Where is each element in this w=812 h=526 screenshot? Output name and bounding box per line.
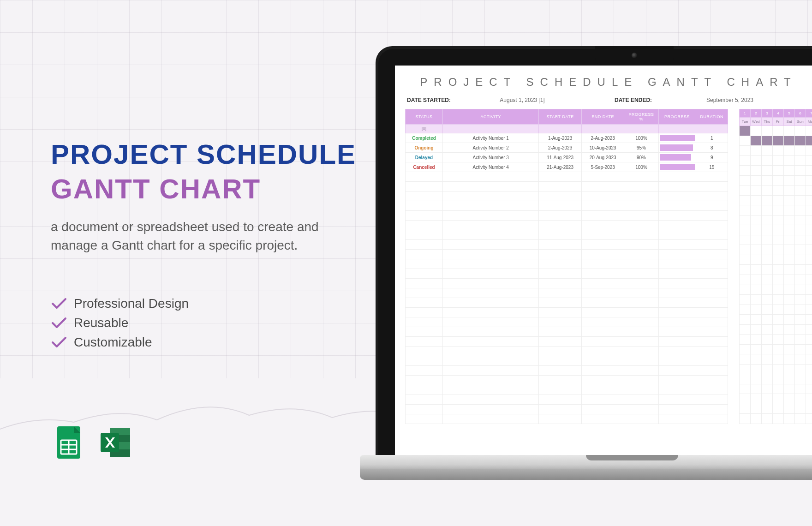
gantt-cell (795, 265, 806, 275)
gantt-row (740, 155, 812, 166)
gantt-cell (740, 394, 751, 404)
gantt-cell (784, 265, 795, 275)
table-row (406, 201, 728, 211)
gantt-cell (806, 155, 812, 166)
gantt-cell (806, 126, 812, 136)
gantt-cell (773, 275, 784, 285)
gantt-cell (784, 335, 795, 345)
title-line-2: GANTT CHART (51, 173, 374, 205)
table-row (406, 279, 728, 288)
gantt-cell (740, 275, 751, 285)
gantt-cell (784, 354, 795, 365)
gantt-day-cell: Thu (762, 118, 773, 126)
gantt-cell (806, 324, 812, 335)
gantt-cell (784, 136, 795, 146)
gantt-cell (795, 215, 806, 225)
gantt-cell (762, 384, 773, 394)
gantt-cell (773, 215, 784, 225)
gantt-cell (773, 404, 784, 414)
pct-cell: 100% (624, 133, 658, 143)
gantt-cell (773, 175, 784, 185)
gantt-cell (806, 205, 812, 215)
table-subheader-row: [0] (406, 125, 728, 133)
gantt-cell (806, 146, 812, 156)
table-row (406, 405, 728, 414)
feature-list: Professional Design Reusable Customizabl… (51, 296, 374, 350)
subheader-cell: [0] (406, 125, 443, 133)
laptop-mockup: PROJECT SCHEDULE GANTT CHART DATE STARTE… (360, 46, 812, 480)
gantt-cell (784, 394, 795, 404)
table-row (406, 385, 728, 395)
gantt-row (740, 275, 812, 285)
table-row: CancelledActivity Number 421-Aug-20235-S… (406, 162, 728, 172)
gantt-cell (795, 225, 806, 235)
gantt-row (740, 245, 812, 255)
task-table: STATUS ACTIVITY START DATE END DATE PROG… (405, 109, 728, 424)
gantt-cell (751, 146, 762, 156)
feature-item: Professional Design (51, 296, 374, 311)
gantt-row (740, 136, 812, 146)
gantt-cell (806, 195, 812, 205)
gantt-cell (740, 185, 751, 196)
gantt-cell (751, 255, 762, 265)
gantt-cell (795, 155, 806, 166)
gantt-cell (784, 245, 795, 255)
date-ended-value: September 5, 2023 (670, 97, 790, 103)
gantt-cell (762, 275, 773, 285)
start-cell: 11-Aug-2023 (539, 153, 582, 162)
gantt-cell (751, 195, 762, 205)
gantt-cell (740, 324, 751, 335)
table-row (406, 240, 728, 250)
table-row: DelayedActivity Number 311-Aug-202320-Au… (406, 153, 728, 162)
table-row (406, 327, 728, 337)
page-canvas: PROJECT SCHEDULE GANTT CHART a document … (0, 0, 812, 526)
gantt-cell (751, 235, 762, 245)
gantt-cell (762, 175, 773, 185)
gantt-cell (784, 404, 795, 414)
gantt-cell (795, 315, 806, 325)
gantt-cell (806, 335, 812, 345)
gantt-cell (762, 414, 773, 424)
gantt-cell (762, 374, 773, 384)
gantt-cell (773, 285, 784, 295)
gantt-cell (740, 235, 751, 245)
table-row (406, 308, 728, 317)
table-row (406, 269, 728, 279)
gantt-cell (751, 295, 762, 305)
activity-cell: Activity Number 3 (443, 153, 539, 162)
gantt-cell (773, 305, 784, 315)
date-started-label: DATE STARTED: (407, 97, 462, 103)
gantt-cell (773, 364, 784, 374)
gantt-cell (762, 235, 773, 245)
end-cell: 10-Aug-2023 (581, 143, 624, 153)
gantt-cell (762, 324, 773, 335)
gantt-cell (740, 404, 751, 414)
gantt-cell (806, 354, 812, 365)
table-row (406, 288, 728, 298)
gantt-row (740, 285, 812, 295)
gantt-row (740, 235, 812, 245)
gantt-cell (762, 146, 773, 156)
gantt-cell (806, 374, 812, 384)
gantt-cell (795, 175, 806, 185)
gantt-cell (784, 185, 795, 196)
gantt-cell (806, 285, 812, 295)
gantt-cell (762, 215, 773, 225)
gantt-cell (773, 265, 784, 275)
feature-label: Professional Design (74, 296, 189, 311)
gantt-cell (806, 185, 812, 196)
gantt-cell (751, 175, 762, 185)
gantt-cell (795, 295, 806, 305)
gantt-cell (806, 305, 812, 315)
gantt-cell (784, 414, 795, 424)
gantt-cell (784, 146, 795, 156)
gantt-cell (784, 384, 795, 394)
google-sheets-icon (51, 424, 87, 460)
duration-cell: 8 (696, 143, 728, 153)
gantt-cell (784, 315, 795, 325)
progress-cell (658, 133, 696, 143)
end-cell: 20-Aug-2023 (581, 153, 624, 162)
gantt-cell (740, 245, 751, 255)
gantt-cell (795, 195, 806, 205)
table-row (406, 298, 728, 308)
